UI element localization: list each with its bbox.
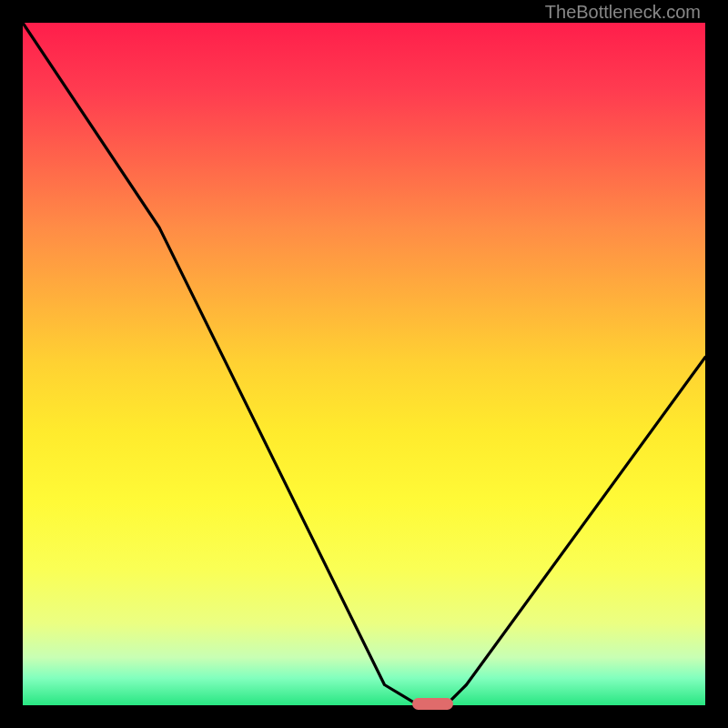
- plot-area: [23, 23, 705, 705]
- chart-container: TheBottleneck.com: [0, 0, 728, 728]
- attribution-label: TheBottleneck.com: [545, 2, 701, 23]
- bottleneck-curve: [23, 23, 705, 705]
- minimum-marker: [412, 698, 453, 710]
